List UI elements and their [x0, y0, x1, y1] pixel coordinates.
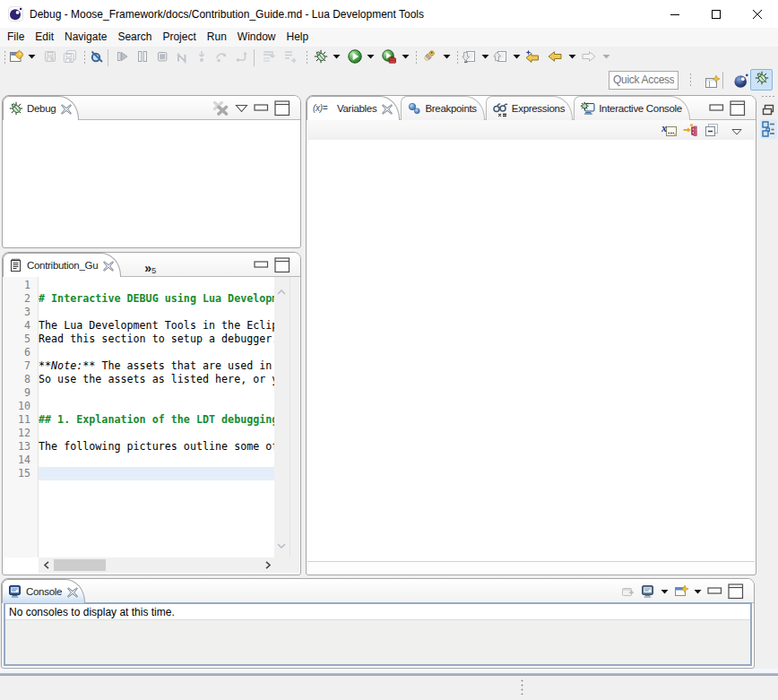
scrollbar-thumb[interactable]: [54, 559, 106, 571]
show-logical-structure-icon[interactable]: [683, 123, 697, 137]
run-dropdown[interactable]: [367, 54, 375, 59]
open-perspective-button[interactable]: [701, 73, 723, 94]
close-button[interactable]: [737, 0, 778, 28]
quick-access-input[interactable]: [609, 71, 679, 90]
line-number: 10: [4, 400, 38, 413]
back-dropdown[interactable]: [568, 54, 576, 59]
code-line: Read this section to setup a debugger.: [39, 333, 274, 346]
next-annotation-dropdown[interactable]: [481, 54, 489, 59]
step-into-icon: [194, 49, 209, 64]
line-number: 13: [4, 440, 38, 454]
editor-tab-overflow[interactable]: »5: [144, 264, 156, 277]
skip-breakpoints-icon: [90, 49, 104, 64]
minimize-view-icon[interactable]: [709, 100, 724, 117]
tab-label: Variables: [337, 103, 376, 114]
external-tools-button[interactable]: [382, 49, 396, 64]
back-icon: [548, 49, 562, 64]
line-number: 4: [4, 319, 38, 333]
open-task-button[interactable]: [421, 49, 436, 64]
tab-breakpoints[interactable]: Breakpoints: [401, 96, 484, 120]
close-icon[interactable]: [382, 104, 392, 114]
code-line: [39, 400, 274, 413]
vertical-scrollbar[interactable]: [274, 277, 290, 557]
debug-perspective-button[interactable]: [750, 69, 773, 91]
minimize-icon: [670, 6, 679, 22]
tab-label: Contribution_Gu: [27, 260, 98, 271]
last-edit-location-button[interactable]: [525, 49, 540, 64]
code-line: [39, 386, 274, 400]
save-button: [43, 49, 57, 64]
menu-search[interactable]: Search: [112, 28, 157, 47]
dropdown-icon[interactable]: [661, 589, 669, 594]
dropdown-icon[interactable]: [694, 589, 702, 594]
show-type-names-icon[interactable]: x: [661, 123, 676, 137]
view-menu-icon[interactable]: [235, 104, 248, 113]
menu-run[interactable]: Run: [202, 28, 232, 47]
skip-breakpoints-button[interactable]: [90, 49, 104, 64]
outline-view-button[interactable]: [760, 119, 777, 139]
debug-dropdown[interactable]: [333, 54, 341, 59]
maximize-button[interactable]: [696, 0, 737, 28]
close-icon[interactable]: [61, 104, 71, 114]
maximize-view-icon[interactable]: [728, 583, 744, 600]
menu-file[interactable]: File: [2, 28, 30, 47]
collapse-all-icon[interactable]: [705, 123, 719, 137]
display-console-icon[interactable]: [641, 584, 655, 599]
line-number: 14: [4, 454, 38, 467]
external-tools-dropdown[interactable]: [402, 54, 410, 59]
scroll-up-icon[interactable]: [277, 282, 286, 298]
toolbar-separator: [254, 49, 255, 66]
application-window: Debug - Moose_Framework/docs/Contributio…: [0, 0, 778, 700]
close-icon[interactable]: [103, 261, 113, 271]
code-line: **Note:** The assets that are used in th…: [39, 359, 274, 373]
menu-edit[interactable]: Edit: [30, 28, 59, 47]
tab-console[interactable]: Console: [2, 579, 85, 603]
scroll-down-icon[interactable]: [277, 536, 286, 552]
debug-perspective-icon: [755, 71, 769, 89]
code-line: [39, 346, 274, 359]
previous-annotation-button: [493, 49, 507, 64]
tab-expressions[interactable]: Expressions: [486, 96, 573, 120]
new-wizard-button[interactable]: [9, 49, 23, 64]
open-console-icon[interactable]: [674, 584, 688, 599]
maximize-view-icon[interactable]: [274, 100, 290, 117]
scroll-left-icon[interactable]: [39, 557, 54, 573]
debug-button[interactable]: [314, 49, 328, 64]
restore-view-icon[interactable]: [762, 103, 774, 115]
back-button[interactable]: [548, 49, 562, 64]
pin-console-icon[interactable]: [621, 584, 635, 599]
tab-label: Console: [26, 586, 62, 597]
step-over-button: [214, 49, 229, 64]
menu-window[interactable]: Window: [232, 28, 281, 47]
menu-navigate[interactable]: Navigate: [59, 28, 112, 47]
minimize-button[interactable]: [654, 0, 696, 28]
save-all-icon: [63, 49, 77, 64]
code-line: The following pictures outline some of t…: [39, 440, 274, 454]
minimize-view-icon[interactable]: [254, 100, 269, 117]
code-text-area[interactable]: # Interactive DEBUG using Lua Developmen…: [39, 277, 274, 557]
run-button[interactable]: [348, 49, 362, 64]
menu-help[interactable]: Help: [281, 28, 315, 47]
minimize-view-icon[interactable]: [254, 257, 269, 273]
status-drag-handle[interactable]: [521, 678, 523, 695]
tab-variables[interactable]: (x)=Variables: [307, 96, 400, 120]
maximize-view-icon[interactable]: [274, 257, 290, 273]
maximize-view-icon[interactable]: [730, 100, 746, 117]
tab-debug[interactable]: Debug: [3, 96, 79, 120]
scroll-right-icon[interactable]: [260, 557, 275, 573]
new-wizard-dropdown[interactable]: [28, 54, 36, 59]
trim-drag-handle[interactable]: [761, 95, 775, 98]
toolbar-separator: [108, 49, 108, 66]
tab-interactive-console[interactable]: Interactive Console: [574, 96, 690, 120]
open-task-dropdown[interactable]: [443, 54, 451, 59]
tab-contribution-guide[interactable]: Contribution_Gu: [3, 253, 121, 277]
close-icon[interactable]: [67, 587, 77, 597]
horizontal-scrollbar[interactable]: [39, 557, 275, 573]
open-perspective-icon: [705, 74, 721, 93]
remove-terminated-icon[interactable]: [212, 100, 229, 117]
lua-perspective-button[interactable]: [730, 72, 752, 93]
minimize-view-icon[interactable]: [707, 583, 722, 600]
view-menu-icon[interactable]: [731, 123, 746, 137]
menu-project[interactable]: Project: [157, 28, 201, 47]
next-annotation-button[interactable]: [462, 49, 476, 64]
